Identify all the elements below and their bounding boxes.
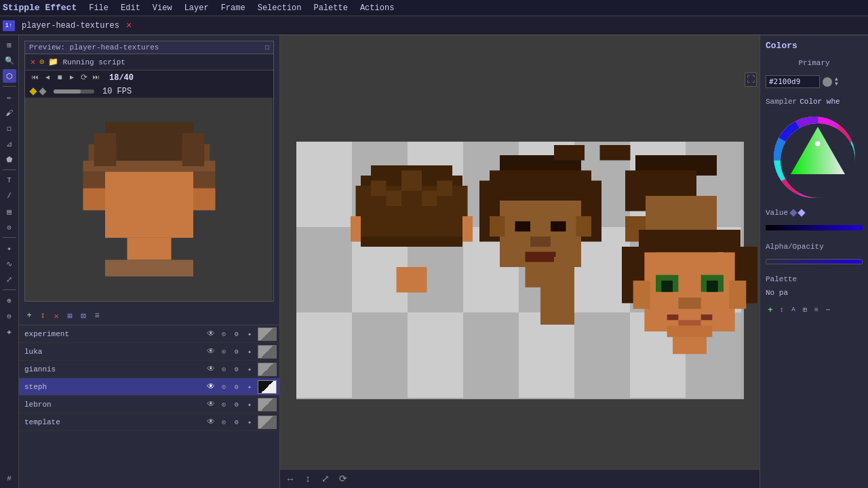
layer-row-giannis[interactable]: giannis 👁 ⊙ ⚙ ✦	[19, 361, 279, 378]
canvas-action-fliph[interactable]: ↔	[284, 473, 296, 485]
canvas-action-expand[interactable]: ⤢	[319, 473, 332, 485]
tool-gradient[interactable]: ▤	[3, 205, 16, 218]
tool-select[interactable]: ⬡	[3, 69, 16, 83]
layer-vis-luka[interactable]: 👁	[205, 346, 216, 357]
palette-list-btn[interactable]: ≡	[812, 305, 821, 314]
menu-view[interactable]: View	[147, 2, 178, 14]
script-folder-icon[interactable]: 📁	[48, 57, 58, 67]
tool-wand[interactable]: ✦	[3, 241, 16, 255]
layer-row-template[interactable]: template 👁 ⊙ ⚙ ✦	[19, 413, 279, 431]
tool-zoom[interactable]: 🔍	[3, 54, 16, 67]
preview-maximize-button[interactable]: □	[265, 44, 269, 52]
palette-auto-btn[interactable]: A	[789, 305, 798, 314]
layer-row-luka[interactable]: luka 👁 ⊙ ⚙ ✦	[19, 343, 279, 361]
palette-sort-btn[interactable]: ↕	[777, 305, 787, 314]
tool-line[interactable]: /	[3, 189, 16, 203]
playback-play[interactable]: ▶	[67, 73, 77, 83]
layer-vis-template[interactable]: 👁	[205, 417, 216, 428]
menu-edit[interactable]: Edit	[115, 2, 146, 14]
layer-row-steph[interactable]: steph 👁 ⊙ ⚙ ✦	[19, 378, 279, 396]
color-mode-circle[interactable]	[823, 77, 832, 87]
color-hex-input[interactable]	[766, 75, 820, 88]
menu-layer[interactable]: Layer	[179, 2, 214, 14]
layer-link-luka[interactable]: ⊙	[218, 346, 229, 357]
playback-last[interactable]: ⏭	[92, 73, 101, 83]
layer-row-experiment[interactable]: experiment 👁 ⊙ ⚙ ✦	[19, 325, 279, 343]
layer-lock-luka[interactable]: ⚙	[231, 346, 242, 357]
canvas-expand-button[interactable]: ⛶	[745, 73, 757, 87]
tool-text[interactable]: T	[3, 174, 16, 187]
layer-add-button[interactable]: +	[24, 311, 34, 321]
canvas-action-flipv[interactable]: ↕	[302, 473, 314, 485]
layer-vis-steph[interactable]: 👁	[205, 382, 216, 392]
layer-fx-steph[interactable]: ✦	[244, 382, 255, 392]
main-canvas[interactable]	[296, 142, 744, 399]
canvas-area[interactable]: ↔ ↕ ⤢ ⟳ ⛶	[280, 35, 760, 488]
tool-add[interactable]: ⊕	[3, 293, 16, 307]
tool-eyedropper[interactable]: ⊙	[3, 220, 16, 234]
layer-options-button[interactable]: ≡	[92, 311, 102, 321]
menu-frame[interactable]: Frame	[216, 2, 251, 14]
fps-slider[interactable]	[54, 89, 94, 94]
alpha-slider-bar[interactable]	[766, 259, 863, 264]
layer-vis-experiment[interactable]: 👁	[205, 329, 216, 340]
value-slider-bar[interactable]	[766, 225, 863, 230]
tool-move[interactable]: ⊞	[3, 38, 16, 52]
layer-lock-giannis[interactable]: ⚙	[231, 364, 242, 375]
layer-link-steph[interactable]: ⊙	[218, 382, 229, 392]
layer-merge-button[interactable]: ⊞	[65, 311, 75, 321]
tool-transform[interactable]: ⤢	[3, 272, 16, 286]
menu-actions[interactable]: Actions	[355, 2, 399, 14]
layer-move-button[interactable]: ↕	[38, 311, 47, 321]
color-arrow-down[interactable]: ▼	[835, 82, 838, 86]
playback-first[interactable]: ⏮	[31, 73, 40, 83]
menu-palette[interactable]: Palette	[309, 2, 353, 14]
canvas-wrapper[interactable]	[280, 73, 760, 468]
layer-fx-template[interactable]: ✦	[244, 417, 255, 428]
tab-close-button[interactable]: ×	[126, 20, 132, 31]
layer-fx-experiment[interactable]: ✦	[244, 329, 255, 340]
palette-dots-btn[interactable]: ⋯	[823, 305, 833, 314]
palette-grid-btn[interactable]: ⊞	[800, 305, 810, 314]
tool-brush[interactable]: 🖌	[3, 106, 16, 119]
color-wheel-container[interactable]	[766, 117, 863, 198]
playback-prev[interactable]: ◀	[43, 73, 52, 83]
layer-delete-button[interactable]: ✕	[52, 311, 61, 321]
layer-vis-giannis[interactable]: 👁	[205, 364, 216, 375]
layer-lock-steph[interactable]: ⚙	[231, 382, 242, 392]
playback-stop[interactable]: ■	[55, 73, 64, 83]
tab-label[interactable]: player-head-textures	[18, 20, 123, 32]
tool-grid-toggle[interactable]: #	[3, 472, 16, 485]
tool-fill[interactable]: ⊿	[3, 137, 16, 150]
preview-canvas[interactable]	[25, 98, 273, 301]
layer-lock-template[interactable]: ⚙	[231, 417, 242, 428]
layer-vis-lebron[interactable]: 👁	[205, 399, 216, 410]
layer-link-experiment[interactable]: ⊙	[218, 329, 229, 340]
canvas-action-rotate[interactable]: ⟳	[337, 473, 349, 485]
tool-subtract[interactable]: ⊖	[3, 309, 16, 323]
value-diamond-left[interactable]	[789, 209, 797, 216]
layer-fx-lebron[interactable]: ✦	[244, 399, 255, 410]
layer-fx-giannis[interactable]: ✦	[244, 364, 255, 375]
tool-shape[interactable]: ⬟	[3, 152, 16, 166]
color-wheel-svg[interactable]	[774, 117, 855, 198]
layer-lock-lebron[interactable]: ⚙	[231, 399, 242, 410]
tool-eraser[interactable]: ◻	[3, 121, 16, 135]
layer-lock-experiment[interactable]: ⚙	[231, 329, 242, 340]
tool-cross[interactable]: ✚	[3, 325, 16, 338]
layer-link-giannis[interactable]: ⊙	[218, 364, 229, 375]
value-diamond-right[interactable]	[797, 209, 805, 216]
layer-row-lebron[interactable]: lebron 👁 ⊙ ⚙ ✦	[19, 396, 279, 413]
palette-add-btn[interactable]: +	[766, 305, 775, 314]
menu-selection[interactable]: Selection	[252, 2, 307, 14]
menu-file[interactable]: File	[83, 2, 114, 14]
tool-pencil[interactable]: ✏	[3, 90, 16, 104]
layer-duplicate-button[interactable]: ⊡	[79, 311, 88, 321]
layer-link-lebron[interactable]: ⊙	[218, 399, 229, 410]
layer-fx-luka[interactable]: ✦	[244, 346, 255, 357]
playback-next[interactable]: ⟳	[79, 73, 89, 83]
script-play-icon[interactable]: ⊙	[39, 57, 44, 67]
script-x-icon[interactable]: ✕	[31, 57, 35, 67]
layer-link-template[interactable]: ⊙	[218, 417, 229, 428]
tool-lasso[interactable]: ∿	[3, 257, 16, 270]
